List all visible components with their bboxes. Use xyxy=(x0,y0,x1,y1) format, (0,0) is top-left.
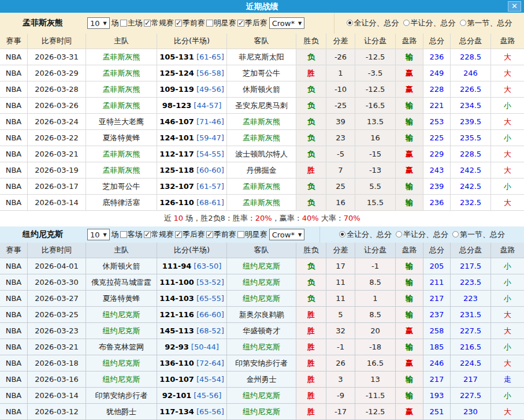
full-time-score: 126-110 xyxy=(159,198,194,207)
checkbox-icon[interactable] xyxy=(144,20,151,27)
cell-date: 2026-03-16 xyxy=(28,371,86,388)
cell-handicap-result: 输 xyxy=(396,179,423,195)
cell-handicap-line: -12.5 xyxy=(355,81,396,98)
radio-label: 半让分、总分 xyxy=(411,18,456,27)
cell-result: 负 xyxy=(296,179,326,195)
cell-handicap-result: 输 xyxy=(396,388,423,404)
radio-icon[interactable] xyxy=(403,20,410,26)
cell-away-team: 金州勇士 xyxy=(227,371,296,388)
cell-handicap-result: 输 xyxy=(396,195,423,211)
checkbox-icon[interactable] xyxy=(206,231,213,238)
summary-segment: 70% xyxy=(344,214,361,222)
radio-option[interactable]: 半让分、总分 xyxy=(396,229,448,240)
column-header: 盘路 xyxy=(396,34,423,49)
close-icon[interactable]: ✕ xyxy=(508,1,521,12)
summary-segment: 大率： xyxy=(319,214,344,222)
cell-handicap-result: 赢 xyxy=(396,65,423,81)
cell-point-diff: 16 xyxy=(326,195,355,211)
radio-label: 第一节、总分 xyxy=(460,230,505,239)
full-time-score: 111-94 xyxy=(162,262,192,270)
filter-checkbox[interactable]: 客场 xyxy=(119,230,143,239)
cell-handicap-line: 8.5 xyxy=(355,307,396,323)
cell-away-team: 纽约尼克斯 xyxy=(227,258,296,274)
cell-date: 2026-03-12 xyxy=(28,404,86,420)
checkbox-icon[interactable] xyxy=(237,20,244,27)
summary-segment: 10 xyxy=(174,214,184,222)
filter-checkbox[interactable]: 常规赛 xyxy=(143,18,174,27)
cell-handicap-line: -18 xyxy=(355,339,396,355)
column-header: 盘路 xyxy=(396,243,423,258)
cell-handicap-line: -13 xyxy=(355,162,396,179)
cell-score: 114-103[65-55] xyxy=(157,291,227,307)
full-time-score: 132-107 xyxy=(159,182,194,191)
radio-option[interactable]: 全让分、总分 xyxy=(347,18,399,28)
half-time-score: [45-54] xyxy=(196,375,224,384)
table-row: NBA2026-03-31孟菲斯灰熊105-131[61-65]菲尼克斯太阳负-… xyxy=(0,49,524,65)
filter-checkbox[interactable]: 主场 xyxy=(119,18,143,27)
cell-league: NBA xyxy=(0,65,28,81)
cell-over-under: 小 xyxy=(491,130,524,146)
cell-total-line: 235.5 xyxy=(451,130,491,146)
radio-option[interactable]: 半让分、总分 xyxy=(403,18,456,28)
games-count-select[interactable]: 10▼ xyxy=(87,17,110,29)
games-count-select[interactable]: 10▼ xyxy=(87,229,110,240)
cell-over-under: 大 xyxy=(491,355,524,371)
cell-over-under: 大 xyxy=(491,307,524,323)
cell-handicap-result: 输 xyxy=(396,49,423,65)
radio-icon[interactable] xyxy=(339,231,345,237)
filter-checkbox[interactable]: 季前赛 xyxy=(205,230,236,239)
cell-total-line: 242.5 xyxy=(451,162,491,179)
filter-checkbox[interactable]: 常规赛 xyxy=(143,230,174,239)
full-time-score: 125-118 xyxy=(159,166,194,174)
filter-checkbox[interactable]: 季后赛 xyxy=(174,230,205,239)
cell-away-team: 孟菲斯灰熊 xyxy=(227,114,296,130)
cell-over-under: 小 xyxy=(491,98,524,114)
checkbox-icon[interactable] xyxy=(120,20,127,27)
checkbox-icon[interactable] xyxy=(175,20,182,27)
checkbox-icon[interactable] xyxy=(237,231,244,238)
half-time-score: [60-60] xyxy=(196,166,224,174)
cell-handicap-line: -3.5 xyxy=(355,65,396,81)
summary-line: 近 10 场，胜2负8：胜率：20%，赢率：40% 大率：70% xyxy=(0,211,524,226)
cell-date: 2026-03-27 xyxy=(28,291,86,307)
cell-handicap-result: 赢 xyxy=(396,404,423,420)
full-time-score: 105-131 xyxy=(159,53,194,61)
radio-group: 全让分、总分半让分、总分第一节、总分 xyxy=(334,13,524,34)
cell-home-team: 纽约尼克斯 xyxy=(86,355,157,371)
cell-score: 112-117[54-55] xyxy=(157,146,227,162)
column-header: 比赛时间 xyxy=(28,34,86,49)
cell-league: NBA xyxy=(0,274,28,291)
filter-checkbox[interactable]: 明星赛 xyxy=(205,18,236,27)
cell-date: 2026-03-24 xyxy=(28,114,86,130)
radio-icon[interactable] xyxy=(452,231,459,237)
source-select[interactable]: Crow*▼ xyxy=(269,17,304,29)
checkbox-icon[interactable] xyxy=(206,20,213,27)
cell-score: 145-113[68-52] xyxy=(157,323,227,339)
checkbox-icon[interactable] xyxy=(144,231,151,238)
cell-away-team: 孟菲斯灰熊 xyxy=(227,130,296,146)
radio-option[interactable]: 全让分、总分 xyxy=(339,229,392,240)
cell-point-diff: -1 xyxy=(326,339,355,355)
table-row: NBA2026-03-12犹他爵士117-134[65-56]纽约尼克斯胜-17… xyxy=(0,404,524,420)
filter-checkbox[interactable]: 季前赛 xyxy=(174,18,205,27)
filter-checkboxes: 主场常规赛季前赛明星赛季后赛 xyxy=(119,18,267,28)
radio-icon[interactable] xyxy=(347,20,353,26)
radio-option[interactable]: 第一节、总分 xyxy=(452,229,505,240)
checkbox-icon[interactable] xyxy=(175,231,182,238)
source-select[interactable]: Crow*▼ xyxy=(269,229,304,240)
full-time-score: 110-107 xyxy=(159,375,194,384)
cell-handicap-line: -11.5 xyxy=(355,388,396,404)
radio-icon[interactable] xyxy=(460,20,466,26)
column-header: 主队 xyxy=(86,243,157,258)
checkbox-icon[interactable] xyxy=(120,231,127,238)
table-row: NBA2026-03-25纽约尼克斯121-116[66-60]新奥尔良鹈鹕胜5… xyxy=(0,307,524,323)
radio-option[interactable]: 第一节、总分 xyxy=(460,18,512,28)
cell-score: 121-116[66-60] xyxy=(157,307,227,323)
radio-icon[interactable] xyxy=(396,231,402,237)
cell-result: 负 xyxy=(296,98,326,114)
cell-over-under: 小 xyxy=(491,388,524,404)
cell-total-line: 223 xyxy=(451,291,491,307)
filter-checkbox[interactable]: 明星赛 xyxy=(236,230,267,239)
filter-checkbox[interactable]: 季后赛 xyxy=(236,18,267,27)
cell-away-team: 纽约尼克斯 xyxy=(227,404,296,420)
